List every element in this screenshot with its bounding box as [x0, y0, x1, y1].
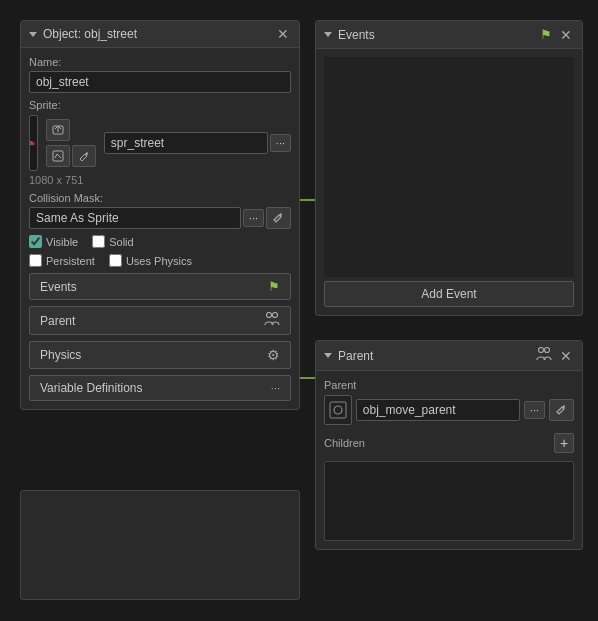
svg-point-16 — [545, 348, 550, 353]
events-button[interactable]: Events ⚑ — [29, 273, 291, 300]
parent-edit-icon — [555, 402, 568, 415]
parent-object-icon — [324, 395, 352, 425]
sprite-load-btn[interactable] — [46, 119, 70, 141]
visible-checkbox[interactable] — [29, 235, 42, 248]
collision-label: Collision Mask: — [29, 192, 291, 204]
sprite-thumbnail — [29, 115, 38, 171]
svg-point-15 — [539, 348, 544, 353]
physics-label: Physics — [40, 348, 81, 362]
gear-icon: ⚙ — [267, 347, 280, 363]
children-row: Children + — [324, 433, 574, 457]
events-panel-close[interactable]: ✕ — [558, 28, 574, 42]
events-panel-title: Events — [338, 28, 375, 42]
flag-icon: ⚑ — [268, 279, 280, 294]
events-list-area — [324, 57, 574, 277]
svg-point-5 — [31, 145, 32, 146]
parent-value-input[interactable] — [356, 399, 520, 421]
events-flag-icon: ⚑ — [540, 27, 552, 42]
parent-row: ··· — [324, 395, 574, 425]
events-panel-header[interactable]: Events ⚑ ✕ — [316, 21, 582, 49]
solid-label: Solid — [109, 236, 133, 248]
sprite-browse-btn[interactable]: ··· — [270, 134, 291, 152]
events-collapse-icon[interactable] — [324, 32, 332, 37]
sprite-edit-btn[interactable] — [46, 145, 70, 167]
svg-rect-8 — [30, 144, 31, 145]
pencil-icon — [78, 150, 90, 162]
object-panel-title: Object: obj_street — [43, 27, 137, 41]
events-panel: Events ⚑ ✕ Add Event — [315, 20, 583, 316]
svg-rect-2 — [31, 142, 32, 143]
parent-people-icon — [536, 347, 552, 364]
physics-button[interactable]: Physics ⚙ — [29, 341, 291, 369]
object-panel-close[interactable]: ✕ — [275, 27, 291, 41]
uses-physics-label: Uses Physics — [126, 255, 192, 267]
children-label: Children — [324, 437, 365, 449]
parent-label: Parent — [40, 314, 75, 328]
collision-input[interactable] — [29, 207, 241, 229]
parent-button[interactable]: Parent — [29, 306, 291, 335]
svg-point-13 — [267, 313, 272, 318]
parent-collapse-icon[interactable] — [324, 353, 332, 358]
svg-rect-9 — [34, 143, 35, 144]
solid-checkbox[interactable] — [92, 235, 105, 248]
collision-edit-icon — [272, 210, 285, 223]
variable-definitions-button[interactable]: Variable Definitions ··· — [29, 375, 291, 401]
add-child-btn[interactable]: + — [554, 433, 574, 453]
name-input[interactable] — [29, 71, 291, 93]
sprite-dimensions: 1080 x 751 — [29, 174, 291, 186]
collision-browse-btn[interactable]: ··· — [243, 209, 264, 227]
collision-edit-btn[interactable] — [266, 207, 291, 229]
load-icon — [52, 124, 64, 136]
visible-label: Visible — [46, 236, 78, 248]
parent-field-label: Parent — [324, 379, 574, 391]
name-label: Name: — [29, 56, 291, 68]
parent-browse-btn[interactable]: ··· — [524, 401, 545, 419]
variable-definitions-label: Variable Definitions — [40, 381, 143, 395]
object-panel-header[interactable]: Object: obj_street ✕ — [21, 21, 299, 48]
dots-icon: ··· — [271, 382, 280, 394]
parent-panel-title: Parent — [338, 349, 373, 363]
sprite-pencil-btn[interactable] — [72, 145, 96, 167]
people-icon — [264, 312, 280, 329]
collapse-icon[interactable] — [29, 32, 37, 37]
sprite-image — [30, 121, 37, 165]
persistent-checkbox[interactable] — [29, 254, 42, 267]
events-label: Events — [40, 280, 77, 294]
persistent-label: Persistent — [46, 255, 95, 267]
children-list-area — [324, 461, 574, 541]
parent-panel: Parent ✕ Parent ··· — [315, 340, 583, 550]
svg-point-7 — [33, 145, 34, 146]
add-event-button[interactable]: Add Event — [324, 281, 574, 307]
svg-rect-12 — [53, 151, 63, 161]
parent-panel-close[interactable]: ✕ — [558, 349, 574, 363]
sprite-label: Sprite: — [29, 99, 291, 111]
sprite-name-input[interactable] — [104, 132, 268, 154]
object-panel: Object: obj_street ✕ Name: Sprite: — [20, 20, 300, 410]
svg-rect-17 — [330, 402, 346, 418]
uses-physics-checkbox[interactable] — [109, 254, 122, 267]
bottom-panel — [20, 490, 300, 600]
parent-panel-header[interactable]: Parent ✕ — [316, 341, 582, 371]
parent-edit-btn[interactable] — [549, 399, 574, 421]
svg-point-14 — [273, 313, 278, 318]
checkboxes-row2: Persistent Uses Physics — [29, 254, 291, 267]
checkboxes-row: Visible Solid — [29, 235, 291, 248]
edit-icon — [52, 150, 64, 162]
svg-point-18 — [334, 406, 342, 414]
